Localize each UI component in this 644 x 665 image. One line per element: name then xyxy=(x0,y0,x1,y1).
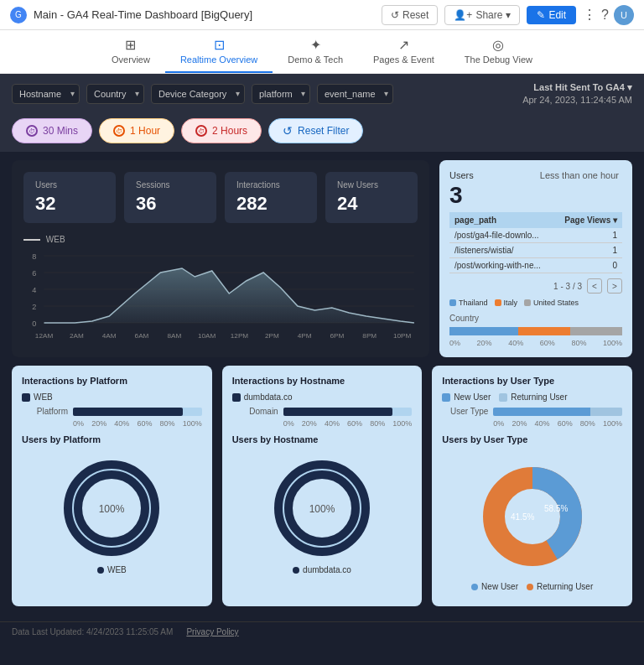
dumbdata-dot xyxy=(293,567,299,574)
legend-italy: Italy xyxy=(495,299,518,307)
usertype-legend: New User Returning User xyxy=(442,392,622,402)
clock-icon: ⏱ xyxy=(195,125,207,137)
reset-filter-button[interactable]: ↺ Reset Filter xyxy=(268,118,363,143)
svg-text:2AM: 2AM xyxy=(70,332,84,340)
realtime-icon: ⊡ xyxy=(214,37,225,53)
new-user-dot xyxy=(471,584,478,590)
platform-filter[interactable]: platform xyxy=(252,84,310,104)
svg-text:8: 8 xyxy=(32,252,36,261)
italy-bar xyxy=(518,327,570,335)
privacy-policy-link[interactable]: Privacy Policy xyxy=(186,627,238,636)
app-title-area: G Main - GA4 Real-Time Dashboard [BigQue… xyxy=(10,7,252,23)
country-select[interactable]: Country xyxy=(86,84,144,104)
svg-text:58.5%: 58.5% xyxy=(544,504,568,513)
svg-text:12AM: 12AM xyxy=(35,332,54,340)
legend-returning-user: Returning User xyxy=(499,392,567,402)
tab-realtime[interactable]: ⊡ Realtime Overview xyxy=(165,30,273,73)
us-dot xyxy=(524,299,531,306)
device-select[interactable]: Device Category xyxy=(151,84,245,104)
hostname-bar-track xyxy=(283,408,413,416)
area-chart: WEB 8 6 4 2 0 xyxy=(23,235,418,344)
sessions-stat: Sessions 36 xyxy=(124,172,216,223)
svg-text:6PM: 6PM xyxy=(330,332,345,340)
demo-icon: ✦ xyxy=(310,37,321,53)
usertype-donut-svg: 41.5% 58.5% xyxy=(474,458,591,575)
platform-donut-legend: WEB xyxy=(22,565,202,574)
legend-web: WEB xyxy=(22,392,53,402)
time-1h-button[interactable]: ⏱ 1 Hour xyxy=(99,118,174,143)
legend-new-user: New User xyxy=(442,392,491,402)
legend-us: United States xyxy=(524,299,579,307)
platform-bar-axis: 0%20%40%60%80%100% xyxy=(22,419,202,428)
prev-page-button[interactable]: < xyxy=(587,278,602,294)
device-filter[interactable]: Device Category xyxy=(151,84,245,104)
usertype-panel: Interactions by User Type New User Retur… xyxy=(432,366,632,606)
tab-overview[interactable]: ⊞ Overview xyxy=(96,30,165,73)
svg-text:6: 6 xyxy=(32,269,36,278)
pagination: 1 - 3 / 3 < > xyxy=(449,278,622,294)
debug-icon: ◎ xyxy=(492,37,504,53)
usertype-donut-legend: New User Returning User xyxy=(442,582,622,591)
avatar-button[interactable]: U xyxy=(614,5,634,25)
svg-text:12PM: 12PM xyxy=(231,332,249,340)
country-bar-row xyxy=(449,325,622,337)
hostname-filter[interactable]: Hostname xyxy=(12,84,80,104)
svg-text:8AM: 8AM xyxy=(167,332,181,340)
thailand-bar xyxy=(449,327,518,335)
usertype-donut: 41.5% 58.5% xyxy=(442,451,622,582)
table-row: /post/ga4-file-downlo... 1 xyxy=(449,228,622,243)
hostname-select[interactable]: Hostname xyxy=(12,84,80,104)
edit-button[interactable]: ✎ Edit xyxy=(527,6,576,24)
last-hit-info: Last Hit Sent To GA4 ▾ Apr 24, 2023, 11:… xyxy=(522,82,632,105)
italy-dot xyxy=(495,299,501,306)
time-filters: ⏱ 30 Mins ⏱ 1 Hour ⏱ 2 Hours ↺ Reset Fil… xyxy=(0,113,644,152)
returning-user-bar xyxy=(590,408,622,416)
svg-text:4PM: 4PM xyxy=(298,332,312,340)
time-30min-button[interactable]: ⏱ 30 Mins xyxy=(12,118,92,143)
table-row: /listeners/wistia/ 1 xyxy=(449,243,622,258)
help-button[interactable]: ? xyxy=(601,8,609,23)
tab-demo[interactable]: ✦ Demo & Tech xyxy=(273,30,358,73)
tab-debug[interactable]: ◎ The Debug View xyxy=(449,30,548,73)
new-users-stat: New Users 24 xyxy=(325,172,418,223)
reset-icon: ↺ xyxy=(391,9,399,21)
platform-select[interactable]: platform xyxy=(252,84,310,104)
usertype-bar-axis: 0%20%40%60%80%100% xyxy=(442,419,622,428)
country-bar-chart: Country 0%20%40%60%80%100% xyxy=(449,314,622,347)
clock-icon: ⏱ xyxy=(26,125,38,137)
app-title: Main - GA4 Real-Time Dashboard [BigQuery… xyxy=(34,8,252,21)
new-user-legend-box xyxy=(442,393,450,402)
hostname-donut-svg: 100% xyxy=(272,458,372,558)
next-page-button[interactable]: > xyxy=(607,278,622,294)
svg-text:10PM: 10PM xyxy=(393,332,412,340)
country-legend: Thailand Italy United States xyxy=(449,299,622,307)
legend-thailand: Thailand xyxy=(449,299,488,307)
reset-button[interactable]: ↺ Reset xyxy=(382,5,438,25)
svg-text:4: 4 xyxy=(32,286,36,294)
edit-icon: ✎ xyxy=(537,9,545,21)
usertype-bar-segments xyxy=(493,408,622,416)
country-filter[interactable]: Country xyxy=(86,84,144,104)
right-panel: Users 3 Less than one hour page_path Pag… xyxy=(439,160,632,357)
more-options-button[interactable]: ⋮ xyxy=(583,7,596,23)
users-stat: Users 32 xyxy=(23,172,116,223)
hostname-donut: 100% xyxy=(232,451,413,565)
tab-pages[interactable]: ↗ Pages & Event xyxy=(358,30,449,73)
interactions-stat: Interactions 282 xyxy=(225,172,317,223)
table-row: /post/working-with-ne... 0 xyxy=(449,258,622,273)
platform-bar-fill xyxy=(73,408,183,416)
event-filter[interactable]: event_name xyxy=(317,84,393,104)
event-select[interactable]: event_name xyxy=(317,84,393,104)
share-button[interactable]: 👤+ Share ▾ xyxy=(444,5,520,25)
svg-text:100%: 100% xyxy=(99,503,125,515)
legend-dumbdata-donut: dumbdata.co xyxy=(293,565,351,574)
svg-text:100%: 100% xyxy=(309,503,335,515)
us-bar xyxy=(570,327,622,335)
new-user-bar xyxy=(493,408,589,416)
time-2h-button[interactable]: ⏱ 2 Hours xyxy=(181,118,262,143)
svg-text:4AM: 4AM xyxy=(102,332,117,340)
share-icon: 👤+ xyxy=(454,9,472,21)
hostname-bar-chart: Domain 0%20%40%60%80%100% xyxy=(232,407,413,428)
svg-text:41.5%: 41.5% xyxy=(511,512,534,522)
hostname-legend: dumbdata.co xyxy=(232,392,413,402)
